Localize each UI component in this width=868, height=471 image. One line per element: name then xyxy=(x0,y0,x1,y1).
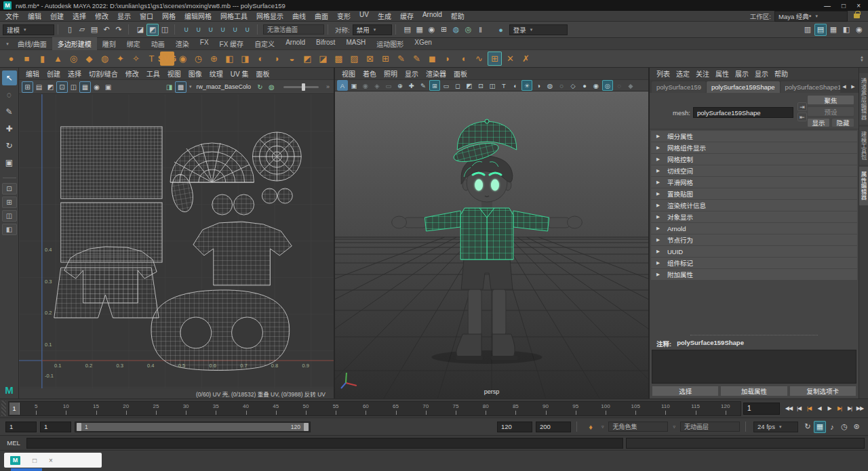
uv-menu-8[interactable]: 纹理 xyxy=(210,68,223,79)
notes-field[interactable] xyxy=(652,350,856,384)
show-output-connections-icon[interactable]: ⇤ xyxy=(797,112,807,121)
bookmarks-icon[interactable]: ◈ xyxy=(372,80,382,91)
range-slider[interactable]: 1 120 xyxy=(75,422,311,432)
ae-section-1[interactable]: 网格组件显示 xyxy=(651,142,857,153)
all-lights-icon[interactable]: ☀ xyxy=(521,80,532,91)
shelf-tab-1[interactable]: 多边形建模 xyxy=(52,37,97,51)
auto-keyframe-icon[interactable]: ♦ xyxy=(585,421,597,433)
ae-bottom-button-1[interactable]: 加载属性 xyxy=(720,386,787,396)
shelf-scroll-arrows[interactable]: ▲▼ xyxy=(860,56,864,62)
step-forward-frame-icon[interactable]: ▶| xyxy=(845,403,854,414)
tabs-scroll-right-icon[interactable]: ▶ xyxy=(850,81,856,93)
snap-projected-center-icon[interactable]: ∪ xyxy=(217,24,229,36)
layout-outliner-persp-icon[interactable]: ◧ xyxy=(2,224,17,235)
ae-menu-5[interactable]: 显示 xyxy=(755,68,768,79)
uv-menu-7[interactable]: 图像 xyxy=(189,68,202,79)
menu-11[interactable]: 曲线 xyxy=(292,11,306,21)
menu-18[interactable]: 帮助 xyxy=(451,11,465,21)
poly-plane-icon[interactable]: ◆ xyxy=(82,52,96,66)
two-d-pan-zoom-icon[interactable]: ⊕ xyxy=(395,80,406,91)
vp-menu-5[interactable]: 面板 xyxy=(454,68,467,79)
ae-section-uuid[interactable]: UUID xyxy=(651,246,857,257)
scale-tool-icon[interactable]: ▣ xyxy=(2,155,17,170)
range-start-handle[interactable] xyxy=(77,423,81,431)
grid-toggle-icon[interactable]: ⊞ xyxy=(429,80,440,91)
select-hierarchy-icon[interactable]: ◪ xyxy=(134,24,146,36)
new-scene-icon[interactable]: ▯ xyxy=(64,24,76,36)
image-display-icon[interactable]: ◨ xyxy=(163,81,175,93)
refresh-texture-icon[interactable]: ↻ xyxy=(254,81,266,93)
vp-menu-2[interactable]: 照明 xyxy=(384,68,397,79)
animation-start-field[interactable]: 1 xyxy=(5,422,37,432)
uv-menu-1[interactable]: 创建 xyxy=(47,68,60,79)
xray-icon[interactable]: ◌ xyxy=(614,80,625,91)
ae-menu-0[interactable]: 列表 xyxy=(656,68,670,79)
uv-menu-6[interactable]: 视图 xyxy=(167,68,181,79)
shelf-tab-2[interactable]: 雕刻 xyxy=(97,37,121,51)
multi-cut-icon[interactable]: ⊞ xyxy=(488,52,502,66)
maximize-button[interactable]: □ xyxy=(842,2,846,9)
sidebar-tab-2[interactable]: 属性编辑器 xyxy=(859,167,868,205)
menu-8[interactable]: 编辑网格 xyxy=(184,11,212,21)
humanik-toggle-icon[interactable]: ◉ xyxy=(853,24,865,36)
ipr-render-icon[interactable]: ◉ xyxy=(426,24,438,36)
wireframe-icon[interactable]: ◇ xyxy=(568,80,578,91)
select-component-icon[interactable]: ◫ xyxy=(159,24,171,36)
undo-icon[interactable]: ↶ xyxy=(100,24,113,36)
sidebar-tab-0[interactable]: 通道盒/层编辑器 xyxy=(859,73,868,125)
ae-bottom-button-0[interactable]: 选择 xyxy=(652,386,719,396)
maya-taskbar-icon[interactable]: M xyxy=(10,456,20,465)
ae-menu-2[interactable]: 关注 xyxy=(696,68,709,79)
layout-four-pane-icon[interactable]: ⊞ xyxy=(2,197,17,208)
menu-2[interactable]: 创建 xyxy=(50,11,64,21)
mel-input[interactable] xyxy=(26,438,623,449)
ae-menu-3[interactable]: 属性 xyxy=(715,68,729,79)
menu-0[interactable]: 文件 xyxy=(5,11,19,21)
snap-view-plane-icon[interactable]: ∪ xyxy=(229,24,241,36)
poly-torus-icon[interactable]: ◎ xyxy=(66,52,81,66)
sidebar-tab-1[interactable]: 建模工具包 xyxy=(859,127,868,165)
uv-menu-0[interactable]: 编辑 xyxy=(26,68,39,79)
type-tool-icon[interactable]: T xyxy=(144,52,159,66)
menu-1[interactable]: 编辑 xyxy=(28,11,41,21)
shelf-tab-4[interactable]: 动画 xyxy=(146,37,170,51)
current-frame-field[interactable]: 1 xyxy=(743,403,780,415)
shelf-tab-fx[interactable]: FX xyxy=(195,37,214,51)
focus-button[interactable]: 聚焦 xyxy=(807,95,854,105)
construction-plane-icon[interactable]: ◉ xyxy=(176,52,190,66)
duplicate-face-icon[interactable]: ◩ xyxy=(300,52,315,66)
presets-button[interactable]: 预设 xyxy=(807,106,854,117)
poly-cylinder-icon[interactable]: ▮ xyxy=(35,52,50,66)
svg-tool-icon[interactable]: SVG xyxy=(160,52,174,66)
boolean-difference-icon[interactable]: ◑ xyxy=(269,52,283,66)
snap-point-icon[interactable]: ∪ xyxy=(205,24,217,36)
anim-layer-field[interactable]: 无动画层 xyxy=(680,422,740,432)
ae-section-7[interactable]: 对象显示 xyxy=(651,211,857,222)
crease-icon[interactable]: ⊞ xyxy=(378,52,393,66)
ae-section-9[interactable]: 节点行为 xyxy=(651,234,857,245)
hide-button[interactable]: 隐藏 xyxy=(831,118,854,127)
ae-bottom-button-2[interactable]: 复制选项卡 xyxy=(789,386,856,396)
ae-section-2[interactable]: 网格控制 xyxy=(651,154,857,165)
ae-section-arnold[interactable]: Arnold xyxy=(651,223,857,234)
default-lighting-icon[interactable]: ◐ xyxy=(510,80,521,91)
live-surface-field[interactable]: 无激活曲面 xyxy=(263,24,324,35)
play-forwards-icon[interactable]: ▶ xyxy=(825,403,834,414)
shaded-icon[interactable]: ● xyxy=(579,80,590,91)
vp-menu-1[interactable]: 着色 xyxy=(363,68,376,79)
uv-isolate-icon[interactable]: ⊡ xyxy=(56,81,68,93)
joint-size-icon[interactable]: ✚ xyxy=(406,80,417,91)
play-backwards-icon[interactable]: ◀ xyxy=(814,403,824,414)
shelf-tab-bifrost[interactable]: Bifrost xyxy=(311,37,340,51)
image-plane-icon[interactable]: ▭ xyxy=(383,80,394,91)
texture-dim-slider[interactable] xyxy=(283,86,319,88)
layout-two-pane-icon[interactable]: ◫ xyxy=(2,210,17,222)
menu-7[interactable]: 网格 xyxy=(162,11,176,21)
tool-settings-toggle-icon[interactable]: ▦ xyxy=(827,24,840,36)
open-scene-icon[interactable]: ▱ xyxy=(76,24,88,36)
menu-set-dropdown[interactable]: 建模 xyxy=(3,24,54,35)
smooth-icon[interactable]: ▩ xyxy=(332,52,346,66)
super-shape-icon[interactable]: ✦ xyxy=(113,52,127,66)
open-render-view-icon[interactable]: ▤ xyxy=(401,24,414,36)
poly-cone-icon[interactable]: ▲ xyxy=(51,52,65,66)
